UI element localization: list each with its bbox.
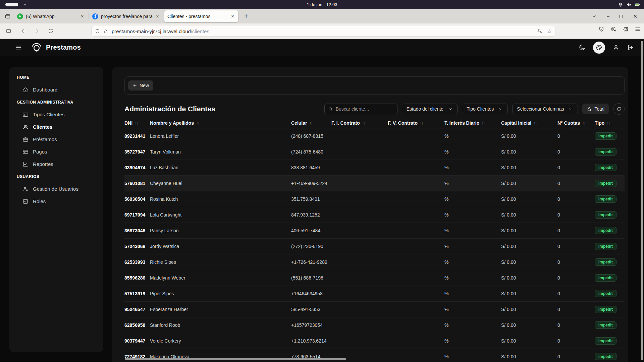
column-header[interactable]: Nombre y Apellidos↑↓: [150, 120, 291, 126]
dark-mode-icon[interactable]: [579, 44, 586, 51]
table-row[interactable]: 03904674Luz Bashirian838.881.6459%S/ 0.0…: [124, 160, 625, 176]
column-header[interactable]: Capital Inicial↑↓: [501, 120, 557, 126]
status-badge: impedit: [595, 353, 616, 360]
logout-icon[interactable]: [627, 44, 634, 51]
column-header[interactable]: DNI↑↓: [124, 120, 150, 126]
tab-close-icon[interactable]: ✕: [80, 13, 85, 19]
table-row[interactable]: 85596286Madelynn Weber(551) 686-7196%S/ …: [124, 270, 625, 286]
cell-capital: S/ 0.00: [501, 149, 557, 155]
dropdown-seleccionar-columnas[interactable]: Seleccionar Columnas: [512, 104, 578, 114]
sidebar-item-tipos-clientes[interactable]: Tipos Clientes: [9, 108, 103, 121]
brand-name[interactable]: Prestamos: [46, 44, 81, 51]
table-row[interactable]: 57513919Piper Sipes+16464634958%S/ 0.000…: [124, 286, 625, 302]
tracking-shield-icon[interactable]: [95, 29, 100, 34]
url-bar[interactable]: prestamos-main-yjr7cj.laravel.cloud/clie…: [91, 26, 555, 37]
sort-icon[interactable]: ↑↓: [196, 121, 199, 125]
system-tray[interactable]: [618, 0, 640, 9]
sort-icon[interactable]: ↑↓: [582, 121, 585, 125]
clock[interactable]: 1 de jun 12:03: [307, 2, 337, 7]
list-tabs-icon[interactable]: [592, 14, 597, 19]
column-header[interactable]: F. I. Contrato↑↓: [331, 120, 388, 126]
column-header[interactable]: N° Cuotas↑↓: [557, 120, 595, 126]
reload-button[interactable]: [45, 26, 56, 36]
forward-button[interactable]: [31, 26, 42, 36]
sidebar-item-gesti-n-de-usuarios[interactable]: Gestión de Usuarios: [9, 183, 103, 195]
dropdown-tipo-clientes[interactable]: Tipo Clientes: [462, 104, 508, 114]
column-header[interactable]: Celular↑↓: [291, 120, 331, 126]
new-button[interactable]: New: [128, 80, 153, 90]
search-input[interactable]: [336, 106, 394, 112]
cell-interes: %: [444, 196, 501, 202]
total-button[interactable]: Total: [582, 104, 609, 114]
browser-tab[interactable]: fproyectos freelance para✕: [89, 10, 163, 22]
close-window-button[interactable]: ✕: [633, 13, 637, 19]
sidebar-toggle-icon[interactable]: [3, 26, 14, 36]
cell-dni: 90379447: [124, 338, 150, 344]
table-row[interactable]: 95246547Esperanza Harber585-491-5353%S/ …: [124, 302, 625, 317]
sidebar-item-roles[interactable]: Roles: [9, 195, 103, 207]
column-label: F. V. Contrato: [388, 120, 418, 126]
url-text[interactable]: prestamos-main-yjr7cj.laravel.cloud/clie…: [112, 28, 537, 34]
sidebar-item-pagos[interactable]: Pagos: [9, 145, 103, 158]
table-row[interactable]: 69717094Lola Cartwright847.939.1252%S/ 0…: [124, 207, 625, 223]
lock-icon[interactable]: [103, 29, 108, 34]
cell-cuotas: 0: [557, 149, 595, 155]
status-badge: impedit: [595, 164, 616, 171]
table-row[interactable]: 89231441Lenora Leffler(248) 687-8815%S/ …: [124, 128, 625, 144]
table-row[interactable]: 57243068Jordy Watsica(272) 230-6190%S/ 0…: [124, 239, 625, 254]
table-row[interactable]: 57601081Cheyanne Huel+1-469-909-5224%S/ …: [124, 176, 625, 191]
profile-icon[interactable]: [612, 44, 620, 51]
cell-tipo: impedit: [595, 274, 621, 282]
back-button[interactable]: [17, 26, 28, 36]
sort-icon[interactable]: ↑↓: [607, 121, 610, 125]
sort-icon[interactable]: ↑↓: [482, 121, 485, 125]
cell-dni: 89231441: [124, 133, 150, 139]
cell-celular: (724) 875-6480: [291, 149, 331, 155]
sidebar-item-dashboard[interactable]: Dashboard: [9, 83, 103, 96]
restore-button[interactable]: [620, 15, 623, 18]
tab-close-icon[interactable]: ✕: [155, 13, 160, 19]
firefox-view-button[interactable]: [3, 11, 13, 21]
sidebar-item-label: Tipos Clientes: [33, 112, 64, 117]
battery-icon: [635, 2, 640, 7]
new-tab-button[interactable]: +: [242, 12, 250, 20]
column-header[interactable]: T. Interés Diario↑↓: [444, 120, 501, 126]
table-row[interactable]: 62533993Richie Sipes+1-726-421-9289%S/ 0…: [124, 254, 625, 270]
column-header[interactable]: Tipo↑↓: [595, 120, 621, 126]
horizontal-scrollbar[interactable]: [125, 358, 346, 360]
sidebar-item-pr-stamos[interactable]: Préstamos: [9, 133, 103, 145]
sidebar-item-label: Clientes: [33, 124, 52, 130]
sort-icon[interactable]: ↑↓: [534, 121, 537, 125]
extensions-icon[interactable]: [623, 26, 629, 32]
table-row[interactable]: 90379447Verdie Corkery+1.210.973.6214%S/…: [124, 333, 625, 349]
table-row[interactable]: 56030504Rosina Kutch351.759.8401%S/ 0.00…: [124, 191, 625, 207]
table-row[interactable]: 36873046Pansy Larson406-591-7484%S/ 0.00…: [124, 223, 625, 239]
translate-icon[interactable]: [537, 28, 542, 34]
refresh-button[interactable]: [613, 103, 625, 115]
minimize-button[interactable]: −: [607, 13, 610, 19]
column-header[interactable]: F. V. Contrato↑↓: [388, 120, 444, 126]
browser-tab[interactable]: Clientes - prestamos✕: [164, 10, 238, 22]
cell-tipo: impedit: [595, 211, 621, 219]
tab-close-icon[interactable]: ✕: [230, 13, 235, 19]
protections-shield-icon[interactable]: [598, 26, 604, 32]
table-row[interactable]: 72749182Makenna Okuneva773-963-5514%S/ 0…: [124, 349, 625, 362]
menu-icon[interactable]: [635, 26, 641, 32]
browser-tab[interactable]: (6) WhatsApp✕: [14, 10, 88, 22]
search-box[interactable]: [324, 104, 397, 114]
sort-icon[interactable]: ↑↓: [309, 121, 312, 125]
dropdown-estado-del-cliente[interactable]: Estado del cliente: [402, 104, 458, 114]
bookmark-star-icon[interactable]: ☆: [547, 28, 552, 35]
sidebar-hamburger-icon[interactable]: [15, 44, 22, 51]
table-row[interactable]: 35727947Taryn Volkman(724) 875-6480%S/ 0…: [124, 144, 625, 160]
sidebar-item-clientes[interactable]: Clientes: [9, 121, 103, 133]
sort-icon[interactable]: ↑↓: [135, 121, 138, 125]
theme-palette-button[interactable]: [593, 42, 605, 54]
table-row[interactable]: 62856958Stanford Roob+16579723054%S/ 0.0…: [124, 317, 625, 333]
sort-icon[interactable]: ↑↓: [420, 121, 423, 125]
sidebar-item-reportes[interactable]: Reportes: [9, 158, 103, 170]
account-icon[interactable]: [610, 26, 616, 32]
app-logo[interactable]: [31, 42, 43, 54]
sort-icon[interactable]: ↑↓: [362, 121, 365, 125]
page-scrollbar[interactable]: [641, 41, 643, 360]
